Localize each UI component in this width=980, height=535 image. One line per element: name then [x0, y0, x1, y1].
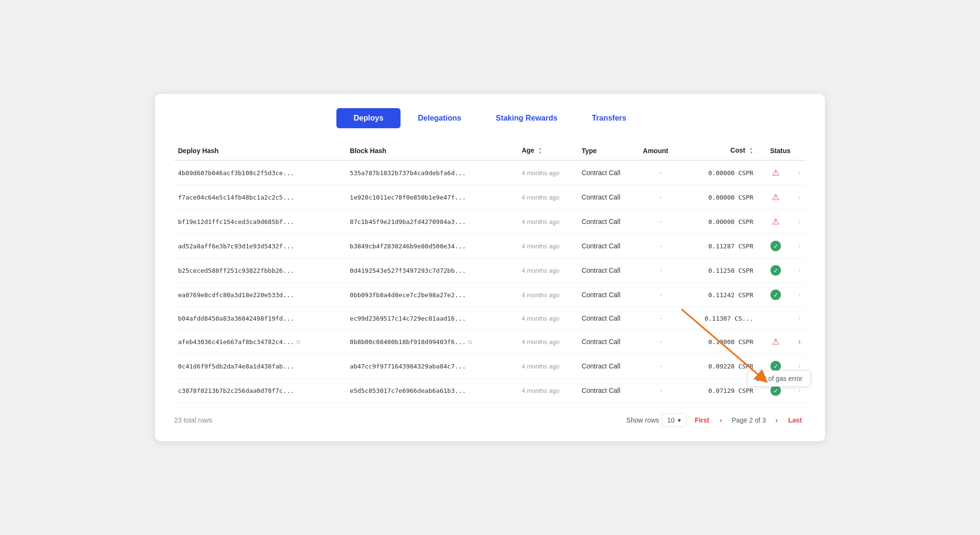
last-page-button[interactable]: Last: [784, 414, 806, 426]
col-type: Type: [578, 142, 639, 160]
type-cell: Contract Call: [578, 160, 639, 185]
block-hash-cell: 1e920c1011ec78f0e850b1e9e47f...: [346, 185, 518, 210]
table-header-row: Deploy Hash Block Hash Age ▲▼ Type Amoun…: [174, 142, 806, 160]
block-hash-cell: ec99d2369517c14c729ec81aad16...: [346, 307, 518, 330]
status-cell: [757, 307, 794, 330]
status-cell: ⚠: [757, 210, 794, 234]
tab-staking-rewards[interactable]: Staking Rewards: [479, 108, 575, 128]
cost-cell: 0.11307 CS...: [683, 307, 757, 330]
deploy-hash-cell: afeb43036c41e667af8bc34782c4...⧉: [174, 330, 346, 354]
chevron-cell[interactable]: ›: [794, 258, 806, 283]
chevron-cell[interactable]: ›: [794, 307, 806, 330]
table-row: 4b89d607b046acf3b108c2f5d3ce...535a787b1…: [174, 160, 806, 185]
chevron-cell[interactable]: ›: [794, 330, 806, 354]
next-page-button[interactable]: ›: [772, 414, 782, 426]
chevron-right-icon[interactable]: ›: [798, 386, 801, 394]
tab-transfers[interactable]: Transfers: [575, 108, 644, 128]
show-rows-control: Show rows 10 ▾: [626, 413, 686, 427]
type-cell: Contract Call: [578, 283, 639, 307]
col-age[interactable]: Age ▲▼: [518, 142, 578, 160]
amount-cell: -: [639, 210, 683, 234]
error-icon: ⚠: [772, 336, 780, 347]
deploy-hash-cell: bf19e12d1ffc154ced3ca9d685bf...: [174, 210, 346, 234]
deploy-hash-cell: ad52a8aff6e3b7c93d1e93d5432f...: [174, 234, 346, 258]
error-icon: ⚠: [772, 167, 780, 178]
type-cell: Contract Call: [578, 210, 639, 234]
cost-cell: 0.11242 CSPR: [683, 283, 757, 307]
table-row: f7ace04c64e5c14fb48bc1a2c2c5...1e920c101…: [174, 185, 806, 210]
age-cell: 4 months ago: [518, 185, 578, 210]
amount-cell: -: [639, 283, 683, 307]
age-cell: 4 months ago: [518, 160, 578, 185]
cost-cell: 0.09228 CSPR: [683, 354, 757, 379]
type-cell: Contract Call: [578, 258, 639, 283]
age-cell: 4 months ago: [518, 210, 578, 234]
chevron-right-icon[interactable]: ›: [798, 193, 801, 201]
tab-delegations[interactable]: Delegations: [401, 108, 479, 128]
cost-sort-icon: ▲▼: [749, 146, 753, 155]
deploy-hash-cell: ea0769e8cdfc80a3d18e220e533d...: [174, 283, 346, 307]
chevron-cell[interactable]: ›: [794, 160, 806, 185]
chevron-right-icon[interactable]: ›: [798, 168, 801, 177]
success-icon: ✓: [770, 385, 781, 396]
deploy-hash-cell: b25ceced588ff251c93822fbbb26...: [174, 258, 346, 283]
cost-cell: 0.00000 CSPR: [683, 210, 757, 234]
footer-right: Show rows 10 ▾ First ‹ Page 2 of 3 › Las…: [626, 413, 806, 427]
type-cell: Contract Call: [578, 234, 639, 258]
block-hash-cell: 87c1b45f9e21d9ba2fd4270984a3...: [346, 210, 518, 234]
cost-cell: 0.11250 CSPR: [683, 258, 757, 283]
status-cell: ⚠: [757, 330, 794, 354]
pagination: First ‹ Page 2 of 3 › Last: [691, 414, 806, 426]
success-icon: ✓: [770, 265, 781, 276]
rows-select[interactable]: 10 ▾: [662, 413, 686, 427]
table-row: b25ceced588ff251c93822fbbb26...0d4192543…: [174, 258, 806, 283]
age-cell: 4 months ago: [518, 307, 578, 330]
tab-deploys[interactable]: Deploys: [336, 108, 401, 128]
rows-dropdown-icon: ▾: [678, 416, 681, 424]
col-amount: Amount: [639, 142, 683, 160]
success-icon: ✓: [770, 361, 781, 371]
first-page-button[interactable]: First: [691, 414, 713, 426]
type-cell: Contract Call: [578, 354, 639, 379]
page-info: Page 2 of 3: [729, 416, 769, 424]
chevron-right-icon[interactable]: ›: [798, 337, 801, 346]
table-row: c3878f0213b7b2c256daa0d78f7c...e5d5c8530…: [174, 379, 806, 403]
chevron-right-icon[interactable]: ›: [798, 362, 801, 370]
amount-cell: -: [639, 185, 683, 210]
cost-cell: 0.10000 CSPR: [683, 330, 757, 354]
col-cost[interactable]: Cost ▲▼: [683, 142, 757, 160]
chevron-cell[interactable]: ›: [794, 283, 806, 307]
age-cell: 4 months ago: [518, 258, 578, 283]
block-hash-cell: 0d4192543e527f3497293c7d72bb...: [346, 258, 518, 283]
amount-cell: -: [639, 234, 683, 258]
type-cell: Contract Call: [578, 379, 639, 403]
chevron-cell[interactable]: ›: [794, 185, 806, 210]
block-hash-cell: e5d5c853017c7e6966deab6a61b3...: [346, 379, 518, 403]
amount-cell: -: [639, 307, 683, 330]
table-row: bf19e12d1ffc154ced3ca9d685bf...87c1b45f9…: [174, 210, 806, 234]
type-cell: Contract Call: [578, 307, 639, 330]
copy-deploy-icon[interactable]: ⧉: [296, 339, 301, 346]
prev-page-button[interactable]: ‹: [716, 414, 726, 426]
status-cell: ✓: [757, 258, 794, 283]
table-footer: 23 total rows Show rows 10 ▾ First ‹ Pag…: [174, 413, 806, 427]
chevron-cell[interactable]: ›: [794, 234, 806, 258]
chevron-right-icon[interactable]: ›: [798, 217, 801, 225]
chevron-right-icon[interactable]: ›: [798, 290, 801, 299]
chevron-right-icon[interactable]: ›: [798, 314, 801, 322]
error-icon: ⚠: [772, 192, 780, 202]
deploys-table: Deploy Hash Block Hash Age ▲▼ Type Amoun…: [174, 142, 806, 403]
error-icon: ⚠: [772, 216, 780, 227]
table-row: ea0769e8cdfc80a3d18e220e533d...0bb093fb8…: [174, 283, 806, 307]
chevron-right-icon[interactable]: ›: [798, 242, 801, 250]
show-rows-label: Show rows: [626, 416, 659, 424]
deploy-hash-cell: b04afdd8450a83a36042498f19fd...: [174, 307, 346, 330]
status-cell: ✓: [757, 234, 794, 258]
success-icon: ✓: [770, 241, 781, 251]
age-cell: 4 months ago: [518, 283, 578, 307]
chevron-cell[interactable]: ›: [794, 210, 806, 234]
chevron-right-icon[interactable]: ›: [798, 266, 801, 274]
copy-block-icon[interactable]: ⧉: [468, 339, 472, 346]
amount-cell: -: [639, 258, 683, 283]
table-row: afeb43036c41e667af8bc34782c4...⧉0b8b00c0…: [174, 330, 806, 354]
